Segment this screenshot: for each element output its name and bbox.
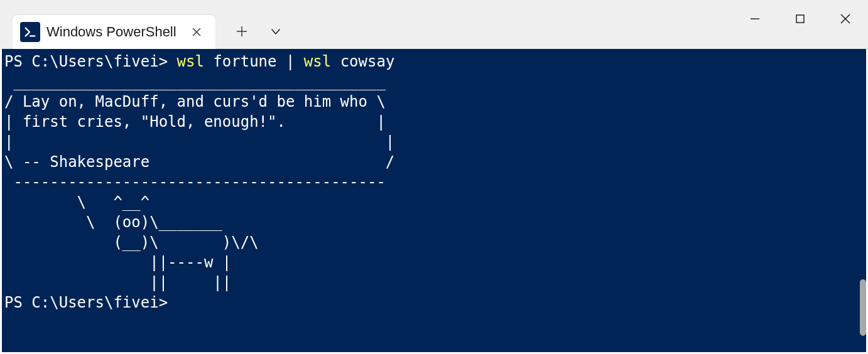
command-text: cowsay [331, 53, 394, 70]
terminal-pane[interactable]: PS C:\Users\fivei> wsl fortune | wsl cow… [2, 49, 866, 352]
scrollbar-thumb[interactable] [860, 279, 866, 336]
window-controls [732, 0, 868, 38]
maximize-button[interactable] [778, 0, 823, 38]
command-token: wsl [304, 53, 331, 70]
terminal-content: PS C:\Users\fivei> wsl fortune | wsl cow… [4, 51, 864, 313]
close-window-button[interactable] [823, 0, 868, 38]
new-tab-button[interactable] [231, 20, 253, 43]
prompt: PS C:\Users\fivei> [4, 294, 168, 311]
terminal-output: ________________________________________… [4, 73, 394, 291]
minimize-icon [750, 14, 760, 24]
command-text: fortune | [204, 53, 304, 70]
powershell-icon [20, 22, 40, 42]
tab-close-button[interactable] [188, 23, 205, 41]
svg-rect-6 [796, 15, 804, 23]
close-icon [192, 27, 202, 37]
titlebar: Windows PowerShell [0, 0, 868, 49]
tab-title: Windows PowerShell [46, 24, 176, 40]
tab-dropdown-button[interactable] [264, 20, 287, 43]
close-icon [840, 13, 851, 24]
tab-actions [231, 14, 287, 48]
minimize-button[interactable] [732, 0, 778, 38]
chevron-down-icon [269, 25, 282, 38]
plus-icon [236, 25, 248, 38]
command-token: wsl [177, 53, 204, 70]
maximize-icon [795, 14, 805, 24]
tab-powershell[interactable]: Windows PowerShell [13, 15, 215, 49]
prompt: PS C:\Users\fivei> [4, 53, 177, 70]
